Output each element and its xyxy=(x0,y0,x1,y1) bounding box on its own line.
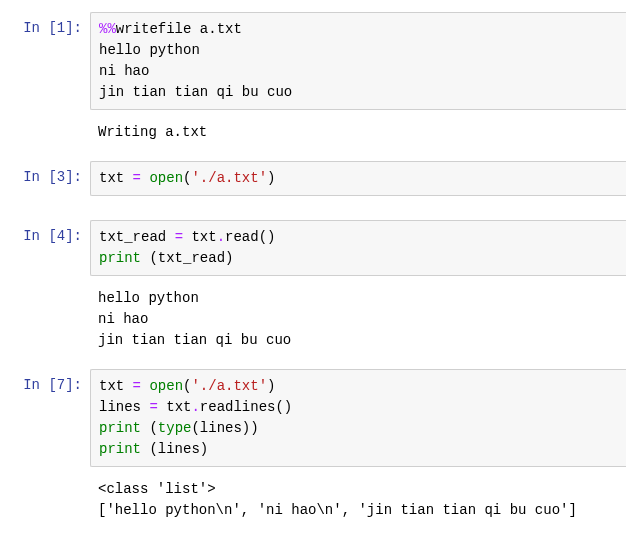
prompt-label: In xyxy=(23,228,48,244)
operator-token: . xyxy=(217,229,225,245)
prompt-number: [4]: xyxy=(48,228,82,244)
code-text: ) xyxy=(267,170,275,186)
code-input[interactable]: %%writefile a.txthello pythonni haojin t… xyxy=(90,12,626,110)
code-text: read() xyxy=(225,229,275,245)
code-text: txt xyxy=(183,229,217,245)
prompt-label: In xyxy=(23,20,48,36)
builtin-token: print xyxy=(99,420,141,436)
code-input[interactable]: txt = open('./a.txt') xyxy=(90,161,626,196)
operator-token: = xyxy=(149,399,157,415)
code-text: writefile a.txt xyxy=(116,21,242,37)
cell-spacer xyxy=(0,202,626,212)
output-text xyxy=(90,202,626,212)
code-cell[interactable]: In [1]: %%writefile a.txthello pythonni … xyxy=(0,12,626,110)
prompt-number: [7]: xyxy=(48,377,82,393)
code-text: ) xyxy=(267,378,275,394)
operator-token: . xyxy=(191,399,199,415)
code-cell[interactable]: In [3]: txt = open('./a.txt') xyxy=(0,161,626,196)
operator-token: = xyxy=(175,229,183,245)
output-text: hello python ni hao jin tian tian qi bu … xyxy=(90,282,626,355)
code-line: txt_read = txt.read() xyxy=(99,227,618,248)
input-prompt: In [4]: xyxy=(0,220,90,276)
code-text: (txt_read) xyxy=(141,250,233,266)
output-prompt xyxy=(0,202,90,212)
code-text: ( xyxy=(141,420,158,436)
code-line: ni hao xyxy=(99,61,618,82)
input-prompt: In [3]: xyxy=(0,161,90,196)
code-line: print (lines) xyxy=(99,439,618,460)
output-text: Writing a.txt xyxy=(90,116,626,147)
builtin-token: open xyxy=(149,378,183,394)
output-text: <class 'list'> ['hello python\n', 'ni ha… xyxy=(90,473,626,525)
code-line: print (type(lines)) xyxy=(99,418,618,439)
code-line: txt = open('./a.txt') xyxy=(99,376,618,397)
output-cell: hello python ni hao jin tian tian qi bu … xyxy=(0,282,626,355)
code-line: lines = txt.readlines() xyxy=(99,397,618,418)
output-cell: Writing a.txt xyxy=(0,116,626,147)
output-prompt xyxy=(0,473,90,525)
prompt-number: [3]: xyxy=(48,169,82,185)
code-input[interactable]: txt = open('./a.txt')lines = txt.readlin… xyxy=(90,369,626,467)
code-input[interactable]: txt_read = txt.read()print (txt_read) xyxy=(90,220,626,276)
code-cell[interactable]: In [4]: txt_read = txt.read()print (txt_… xyxy=(0,220,626,276)
code-text: txt xyxy=(158,399,192,415)
code-text: (lines)) xyxy=(191,420,258,436)
output-prompt xyxy=(0,116,90,147)
code-line: txt = open('./a.txt') xyxy=(99,168,618,189)
code-line: %%writefile a.txt xyxy=(99,19,618,40)
output-prompt xyxy=(0,282,90,355)
code-text: (lines) xyxy=(141,441,208,457)
code-text: txt xyxy=(99,378,133,394)
operator-token: = xyxy=(133,170,141,186)
operator-token: = xyxy=(133,378,141,394)
output-cell: <class 'list'> ['hello python\n', 'ni ha… xyxy=(0,473,626,525)
input-prompt: In [7]: xyxy=(0,369,90,467)
prompt-label: In xyxy=(23,377,48,393)
code-line: hello python xyxy=(99,40,618,61)
builtin-token: type xyxy=(158,420,192,436)
string-token: './a.txt' xyxy=(191,170,267,186)
input-prompt: In [1]: xyxy=(0,12,90,110)
builtin-token: open xyxy=(149,170,183,186)
code-line: jin tian tian qi bu cuo xyxy=(99,82,618,103)
code-cell[interactable]: In [7]: txt = open('./a.txt')lines = txt… xyxy=(0,369,626,467)
code-line: print (txt_read) xyxy=(99,248,618,269)
jupyter-notebook: In [1]: %%writefile a.txthello pythonni … xyxy=(0,0,626,542)
magic-token: %% xyxy=(99,21,116,37)
string-token: './a.txt' xyxy=(191,378,267,394)
code-text: lines xyxy=(99,399,149,415)
prompt-number: [1]: xyxy=(48,20,82,36)
builtin-token: print xyxy=(99,441,141,457)
code-text: txt xyxy=(99,170,133,186)
code-text: readlines() xyxy=(200,399,292,415)
code-text: txt_read xyxy=(99,229,175,245)
prompt-label: In xyxy=(23,169,48,185)
builtin-token: print xyxy=(99,250,141,266)
